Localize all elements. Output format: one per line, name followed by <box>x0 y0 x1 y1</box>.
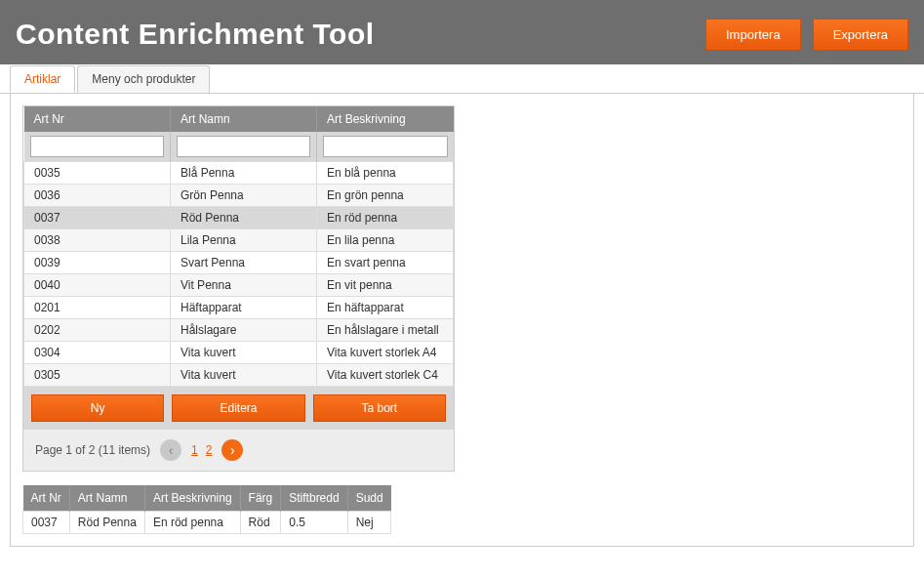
cell-artbeskr: En grön penna <box>317 185 454 207</box>
filter-artnamn-input[interactable] <box>177 136 310 157</box>
pager-prev-button: ‹ <box>160 439 181 461</box>
detail-header-row: Art Nr Art Namn Art Beskrivning Färg Sti… <box>23 485 391 512</box>
detail-col-farg: Färg <box>240 485 281 512</box>
cell-artbeskr: Vita kuvert storlek A4 <box>317 342 454 364</box>
chevron-right-icon: › <box>230 442 235 458</box>
cell-artbeskr: En röd penna <box>317 207 454 229</box>
pager-next-button[interactable]: › <box>221 439 243 461</box>
pager-summary: Page 1 of 2 (11 items) <box>35 443 150 457</box>
cell-artnamn: Hålslagare <box>171 319 317 342</box>
pager-page-2[interactable]: 2 <box>206 443 213 457</box>
chevron-left-icon: ‹ <box>169 442 174 458</box>
table-row[interactable]: 0202HålslagareEn hålslagare i metall <box>24 319 454 342</box>
header-bar: Content Enrichment Tool Importera Export… <box>0 0 924 64</box>
table-row[interactable]: 0305Vita kuvertVita kuvert storlek C4 <box>24 364 454 387</box>
table-row[interactable]: 0038Lila PennaEn lila penna <box>24 229 454 252</box>
grid-filter-row <box>24 132 454 162</box>
cell-artbeskr: En häftapparat <box>317 297 454 319</box>
tab-artiklar[interactable]: Artiklar <box>10 65 75 93</box>
detail-col-artnr: Art Nr <box>23 485 70 512</box>
cell-artnr: 0038 <box>24 229 171 252</box>
cell-artnr: 0304 <box>24 342 171 364</box>
cell-artbeskr: En hålslagare i metall <box>317 319 454 342</box>
tab-meny-och-produkter[interactable]: Meny och produkter <box>77 65 210 93</box>
cell-artnr: 0202 <box>24 319 171 342</box>
detail-cell-stiftbredd: 0.5 <box>281 512 347 534</box>
cell-artnr: 0305 <box>24 364 171 387</box>
tab-strip: Artiklar Meny och produkter <box>0 65 924 94</box>
cell-artnamn: Vita kuvert <box>171 342 317 364</box>
table-row[interactable]: 0201HäftapparatEn häftapparat <box>24 297 454 319</box>
col-header-artnr[interactable]: Art Nr <box>24 106 171 132</box>
cell-artnamn: Lila Penna <box>171 229 317 252</box>
cell-artnr: 0040 <box>24 274 171 297</box>
cell-artnr: 0039 <box>24 252 171 274</box>
cell-artbeskr: En lila penna <box>317 229 454 252</box>
grid-header-row: Art Nr Art Namn Art Beskrivning <box>24 106 454 132</box>
articles-grid: Art Nr Art Namn Art Beskrivning 0035Blå … <box>22 105 455 472</box>
pager-bar: Page 1 of 2 (11 items) ‹ 1 2 › <box>23 430 454 471</box>
table-row[interactable]: 0040Vit PennaEn vit penna <box>24 274 454 297</box>
table-row[interactable]: 0036Grön PennaEn grön penna <box>24 185 454 207</box>
detail-col-artbeskr: Art Beskrivning <box>144 485 240 512</box>
filter-artbeskr-input[interactable] <box>323 136 448 157</box>
cell-artbeskr: Vita kuvert storlek C4 <box>317 364 454 387</box>
cell-artnr: 0201 <box>24 297 171 319</box>
cell-artnamn: Vita kuvert <box>171 364 317 387</box>
cell-artbeskr: En vit penna <box>317 274 454 297</box>
detail-grid: Art Nr Art Namn Art Beskrivning Färg Sti… <box>22 485 902 534</box>
detail-cell-sudd: Nej <box>347 512 391 534</box>
detail-col-stiftbredd: Stiftbredd <box>281 485 347 512</box>
detail-cell-artbeskr: En röd penna <box>144 512 240 534</box>
export-button[interactable]: Exportera <box>813 19 908 51</box>
tab-content: Art Nr Art Namn Art Beskrivning 0035Blå … <box>10 93 914 547</box>
cell-artnamn: Häftapparat <box>171 297 317 319</box>
col-header-artnamn[interactable]: Art Namn <box>171 106 317 132</box>
cell-artbeskr: En blå penna <box>317 162 454 185</box>
page-title: Content Enrichment Tool <box>16 18 375 51</box>
filter-artnr-input[interactable] <box>30 136 165 157</box>
cell-artnr: 0036 <box>24 185 171 207</box>
cell-artbeskr: En svart penna <box>317 252 454 274</box>
table-row[interactable]: 0039Svart PennaEn svart penna <box>24 252 454 274</box>
table-row[interactable]: 0035Blå PennaEn blå penna <box>24 162 454 185</box>
cell-artnamn: Svart Penna <box>171 252 317 274</box>
cell-artnamn: Vit Penna <box>171 274 317 297</box>
detail-cell-farg: Röd <box>240 512 281 534</box>
import-button[interactable]: Importera <box>705 19 801 51</box>
detail-col-sudd: Sudd <box>347 485 391 512</box>
detail-row[interactable]: 0037 Röd Penna En röd penna Röd 0.5 Nej <box>23 512 391 534</box>
detail-cell-artnr: 0037 <box>23 512 70 534</box>
col-header-artbeskr[interactable]: Art Beskrivning <box>317 106 454 132</box>
edit-button[interactable]: Editera <box>172 394 304 422</box>
header-buttons: Importera Exportera <box>705 19 908 51</box>
detail-cell-artnamn: Röd Penna <box>69 512 144 534</box>
cell-artnamn: Grön Penna <box>171 185 317 207</box>
detail-col-artnamn: Art Namn <box>69 485 144 512</box>
table-row[interactable]: 0304Vita kuvertVita kuvert storlek A4 <box>24 342 454 364</box>
table-row[interactable]: 0037Röd PennaEn röd penna <box>24 207 454 229</box>
delete-button[interactable]: Ta bort <box>313 394 446 422</box>
pager-page-1[interactable]: 1 <box>191 443 198 457</box>
cell-artnamn: Blå Penna <box>171 162 317 185</box>
pager-pages: 1 2 <box>191 443 212 457</box>
new-button[interactable]: Ny <box>31 394 164 422</box>
cell-artnamn: Röd Penna <box>171 207 317 229</box>
cell-artnr: 0035 <box>24 162 171 185</box>
grid-action-bar: Ny Editera Ta bort <box>23 387 454 430</box>
cell-artnr: 0037 <box>24 207 171 229</box>
